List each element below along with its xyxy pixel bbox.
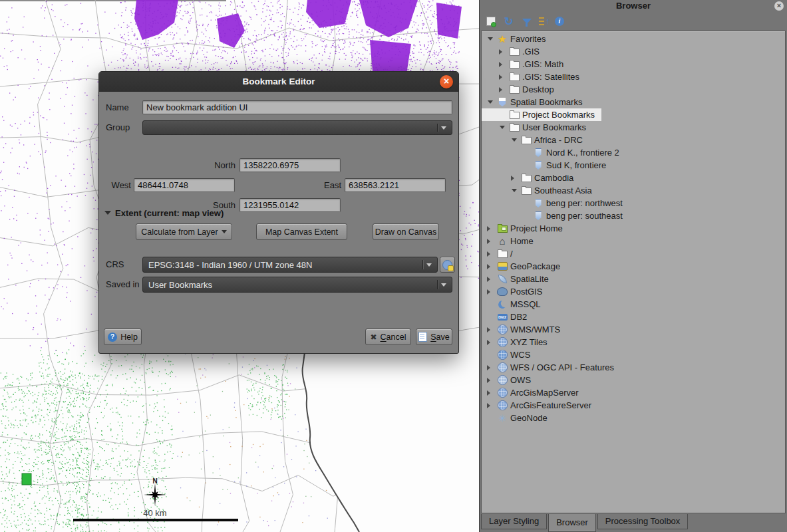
expander-closed-icon[interactable]: [486, 277, 494, 282]
crs-select[interactable]: EPSG:3148 - Indian 1960 / UTM zone 48N: [142, 257, 438, 273]
expander-closed-icon[interactable]: [486, 390, 494, 396]
expander-closed-icon[interactable]: [486, 403, 494, 408]
tree-item-label: /: [510, 249, 513, 259]
tree-item-project-bookmarks[interactable]: Project Bookmarks: [482, 108, 601, 121]
expander-closed-icon[interactable]: [498, 49, 506, 55]
tree-item-sud-k-frontiere[interactable]: Sud K, frontiere: [482, 159, 613, 172]
tree-item-label: XYZ Tiles: [510, 337, 548, 347]
tree-item-db2[interactable]: DB2DB2: [482, 311, 534, 323]
group-select[interactable]: [142, 120, 452, 135]
tree-item-label: WMS/WMTS: [510, 325, 560, 334]
tab-layer-styling[interactable]: Layer Styling: [481, 514, 547, 529]
tree-item-ows[interactable]: OWS: [482, 374, 538, 386]
expander-closed-icon[interactable]: [486, 289, 494, 295]
tree-item-mssql[interactable]: MSSQL: [482, 298, 548, 311]
tree-item-africa-drc[interactable]: Africa - DRC: [482, 134, 589, 146]
west-label: West: [106, 178, 131, 193]
draw-on-canvas-label: Draw on Canvas: [375, 227, 436, 237]
expander-open-icon[interactable]: [498, 123, 506, 132]
expander-open-icon[interactable]: [510, 186, 518, 195]
tree-item-wfs-ogc-api-features[interactable]: WFS / OGC API - Features: [482, 361, 621, 374]
expander-closed-icon[interactable]: [486, 239, 494, 244]
tree-item-label: GeoNode: [510, 413, 548, 423]
tree-item-beng-per-southeast[interactable]: beng per: southeast: [482, 209, 629, 222]
tree-item-label: Project Bookmarks: [522, 110, 595, 120]
save-button[interactable]: Save: [416, 329, 452, 345]
expander-closed-icon[interactable]: [486, 264, 494, 269]
expander-closed-icon[interactable]: [486, 327, 494, 332]
expander-closed-icon[interactable]: [510, 176, 518, 181]
close-icon[interactable]: ×: [440, 75, 453, 88]
tree-item-southeast-asia[interactable]: Southeast Asia: [482, 184, 599, 197]
cancel-button[interactable]: ✖ Cancel: [365, 329, 411, 345]
filter-browser-icon[interactable]: [521, 16, 532, 27]
help-button[interactable]: ? Help: [104, 329, 142, 345]
tree-item-gis-math[interactable]: .GIS: Math: [482, 58, 570, 70]
scale-bar: 40 km: [73, 508, 238, 521]
expander-open-icon[interactable]: [510, 136, 518, 144]
tree-item-item[interactable]: /: [482, 247, 520, 260]
tree-item-xyz-tiles[interactable]: XYZ Tiles: [482, 336, 554, 348]
name-input[interactable]: [142, 100, 452, 114]
expander-open-icon[interactable]: [486, 35, 494, 43]
close-panel-icon[interactable]: ×: [774, 1, 784, 11]
tree-item-user-bookmarks[interactable]: User Bookmarks: [482, 121, 593, 134]
tree-item-arcgismapserver[interactable]: ArcGisMapServer: [482, 386, 585, 399]
expander-closed-icon[interactable]: [486, 226, 494, 231]
properties-info-icon[interactable]: i: [555, 17, 564, 26]
tree-item-geonode[interactable]: ✳GeoNode: [482, 412, 554, 424]
pgis-icon: [497, 287, 508, 297]
tree-item-wms-wmts[interactable]: WMS/WMTS: [482, 323, 567, 336]
east-input[interactable]: [345, 178, 446, 192]
cancel-label: Cancel: [381, 332, 406, 342]
tree-item-geopackage[interactable]: GeoPackage: [482, 260, 567, 273]
tree-item-home[interactable]: ⌂Home: [482, 235, 540, 247]
tree-item-favorites[interactable]: ★Favorites: [482, 33, 552, 45]
tree-item-cambodia[interactable]: Cambodia: [482, 172, 580, 184]
tree-item-desktop[interactable]: Desktop: [482, 83, 561, 96]
saved-in-select[interactable]: User Bookmarks: [142, 277, 452, 293]
folder-icon: [497, 249, 508, 259]
tree-item-label: ArcGisMapServer: [510, 388, 579, 398]
east-label: East: [317, 178, 341, 193]
refresh-icon[interactable]: ↻: [503, 16, 514, 27]
crs-picker-button[interactable]: [440, 257, 455, 273]
map-top-edge: [0, 0, 226, 1]
add-selected-layers-icon[interactable]: [485, 16, 496, 27]
expander-closed-icon[interactable]: [498, 62, 506, 67]
map-canvas-extent-button[interactable]: Map Canvas Extent: [256, 223, 347, 240]
tree-item-spatialite[interactable]: SpatiaLite: [482, 273, 555, 285]
tab-processing-toolbox[interactable]: Processing Toolbox: [597, 514, 689, 529]
tree-item-label: DB2: [510, 312, 527, 322]
tree-item-label: MSSQL: [510, 299, 541, 309]
tree-item-spatial-bookmarks[interactable]: Spatial Bookmarks: [482, 96, 589, 108]
south-input[interactable]: [239, 198, 341, 212]
west-input[interactable]: [134, 178, 235, 192]
expander-closed-icon[interactable]: [486, 251, 494, 257]
tree-item-beng-per-northwest[interactable]: beng per: northwest: [482, 197, 629, 209]
tree-item-arcgisfeatureserver[interactable]: ArcGisFeatureServer: [482, 399, 598, 412]
extent-collapse-icon[interactable]: [104, 211, 111, 218]
draw-on-canvas-button[interactable]: Draw on Canvas: [373, 223, 439, 240]
collapse-all-icon[interactable]: [539, 17, 544, 26]
tree-item-gis[interactable]: .GIS: [482, 45, 546, 58]
tree-item-label: beng per: northwest: [546, 198, 623, 208]
tree-item-project-home[interactable]: Project Home: [482, 222, 569, 235]
expander-closed-icon[interactable]: [486, 340, 494, 345]
expander-closed-icon[interactable]: [486, 378, 494, 383]
expander-open-icon[interactable]: [486, 98, 494, 106]
calculate-from-layer-button[interactable]: Calculate from Layer: [136, 223, 232, 240]
expander-closed-icon[interactable]: [498, 87, 506, 92]
tree-item-gis-satellites[interactable]: .GIS: Satellites: [482, 70, 586, 83]
tab-browser[interactable]: Browser: [548, 514, 596, 532]
dialog-titlebar[interactable]: Bookmark Editor: [99, 72, 458, 92]
tree-item-label: WCS: [510, 350, 530, 360]
tree-item-wcs[interactable]: WCS: [482, 348, 537, 361]
expander-closed-icon[interactable]: [498, 74, 506, 80]
globe-icon: [497, 400, 508, 411]
bookmark-editor-dialog: Bookmark Editor × Name Group Extent (cur…: [98, 71, 459, 354]
expander-closed-icon[interactable]: [486, 365, 494, 370]
north-input[interactable]: [239, 158, 341, 172]
tree-item-nord-k-frontiere-2[interactable]: Nord K., frontiere 2: [482, 146, 626, 159]
tree-item-postgis[interactable]: PostGIS: [482, 285, 549, 298]
